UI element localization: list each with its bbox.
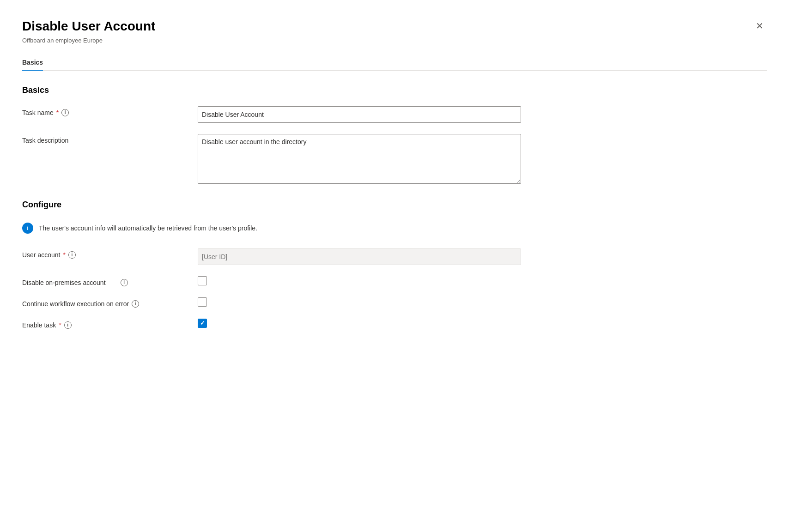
continue-workflow-row: Continue workflow execution on error i xyxy=(22,297,767,308)
dialog-header: Disable User Account Offboard an employe… xyxy=(22,18,767,44)
close-icon: ✕ xyxy=(756,21,764,30)
disable-onpremises-checkbox-wrapper xyxy=(198,276,207,285)
task-name-label-text: Task name xyxy=(22,109,54,116)
enable-task-info-icon[interactable]: i xyxy=(64,321,72,329)
task-description-row: Task description Disable user account in… xyxy=(22,134,767,185)
continue-workflow-label: Continue workflow execution on error i xyxy=(22,297,198,308)
configure-section: Configure i The user's account info will… xyxy=(22,200,767,329)
task-name-input[interactable] xyxy=(198,106,521,123)
continue-workflow-info-icon[interactable]: i xyxy=(132,300,139,308)
enable-task-label-text: Enable task xyxy=(22,321,56,329)
tab-basics[interactable]: Basics xyxy=(22,55,43,71)
task-name-row: Task name * i xyxy=(22,106,767,123)
task-description-control: Disable user account in the directory xyxy=(198,134,521,185)
user-account-info-icon[interactable]: i xyxy=(68,251,76,259)
info-banner-icon: i xyxy=(22,223,33,234)
user-account-input xyxy=(198,248,521,265)
user-account-label-text: User account xyxy=(22,251,60,259)
enable-task-required: * xyxy=(59,321,61,329)
user-account-required: * xyxy=(63,251,65,259)
continue-workflow-checkbox[interactable] xyxy=(198,297,207,307)
disable-onpremises-checkbox[interactable] xyxy=(198,276,207,285)
user-account-label: User account * i xyxy=(22,248,198,259)
disable-user-account-dialog: Disable User Account Offboard an employe… xyxy=(0,0,789,532)
title-area: Disable User Account Offboard an employe… xyxy=(22,18,155,44)
disable-onpremises-label-text: Disable on-premises account xyxy=(22,279,106,286)
enable-task-label: Enable task * i xyxy=(22,319,198,329)
enable-task-checkbox[interactable] xyxy=(198,319,207,328)
enable-task-checkbox-wrapper xyxy=(198,319,207,328)
basics-section-heading: Basics xyxy=(22,85,767,95)
task-description-label: Task description xyxy=(22,134,198,144)
task-name-required: * xyxy=(56,109,59,116)
enable-task-row: Enable task * i xyxy=(22,319,767,329)
disable-onpremises-info-icon[interactable]: i xyxy=(121,279,128,286)
task-description-input[interactable]: Disable user account in the directory xyxy=(198,134,521,184)
task-name-label: Task name * i xyxy=(22,106,198,116)
continue-workflow-label-text: Continue workflow execution on error xyxy=(22,300,129,308)
user-account-control xyxy=(198,248,521,265)
disable-onpremises-label: Disable on-premises account i xyxy=(22,276,198,286)
disable-onpremises-row: Disable on-premises account i xyxy=(22,276,767,286)
basics-section: Basics Task name * i Task description Di… xyxy=(22,85,767,185)
task-name-info-icon[interactable]: i xyxy=(61,109,69,116)
task-name-control xyxy=(198,106,521,123)
info-banner: i The user's account info will automatic… xyxy=(22,221,767,236)
info-banner-text: The user's account info will automatical… xyxy=(39,224,257,232)
dialog-title: Disable User Account xyxy=(22,18,155,34)
close-button[interactable]: ✕ xyxy=(752,18,767,33)
configure-section-heading: Configure xyxy=(22,200,767,210)
user-account-row: User account * i xyxy=(22,248,767,265)
continue-workflow-checkbox-wrapper xyxy=(198,297,207,307)
task-description-label-text: Task description xyxy=(22,137,68,144)
tabs-container: Basics xyxy=(22,55,767,71)
dialog-subtitle: Offboard an employee Europe xyxy=(22,37,155,44)
